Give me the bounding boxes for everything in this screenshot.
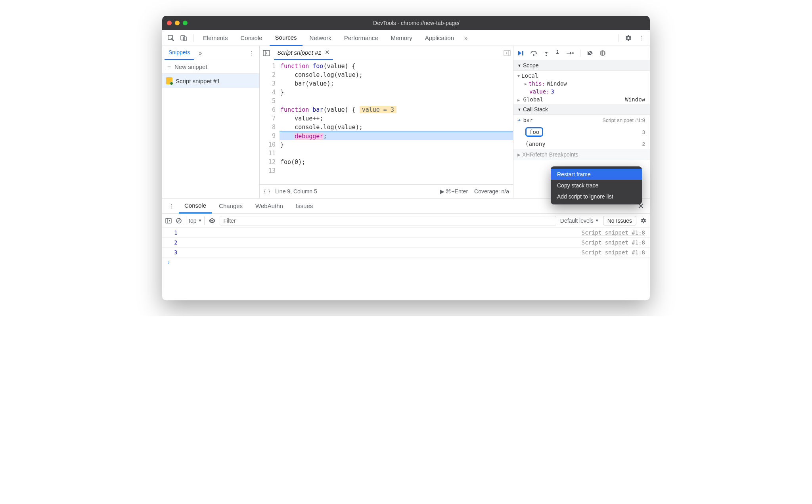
scope-header[interactable]: ▼Scope	[513, 60, 650, 71]
device-toggle-icon[interactable]	[178, 32, 189, 44]
editor-statusbar: { } Line 9, Column 5 ▶ ⌘+Enter Coverage:…	[260, 184, 513, 198]
stack-frame-bar[interactable]: ➔bar Script snippet #1:9	[513, 115, 650, 125]
console-toolbar: top ▼ Default levels ▼ No Issues	[162, 214, 650, 228]
console-log-row[interactable]: 3Script snippet #1:8	[162, 248, 650, 258]
tab-console[interactable]: Console	[235, 30, 268, 46]
drawer-tab-changes[interactable]: Changes	[213, 199, 248, 214]
pretty-print-icon[interactable]: { }	[264, 188, 270, 195]
menu-restart-frame[interactable]: Restart frame	[551, 169, 642, 180]
drawer-kebab-icon[interactable]: ⋮	[165, 203, 177, 209]
scope-this[interactable]: ▶this: Window	[513, 80, 650, 88]
inspect-icon[interactable]	[165, 32, 176, 44]
svg-point-6	[533, 54, 534, 56]
devtools-tabbar: Elements Console Sources Network Perform…	[162, 30, 650, 46]
run-snippet-button[interactable]: ▶ ⌘+Enter	[440, 188, 468, 195]
svg-rect-11	[601, 52, 602, 55]
stack-frame-anonymous[interactable]: (anony 2	[513, 139, 650, 149]
inline-value-hint: value = 3	[360, 106, 396, 113]
log-source-link[interactable]: Script snippet #1:8	[582, 249, 645, 256]
plus-icon: ＋	[166, 63, 172, 71]
step-over-icon[interactable]	[530, 50, 538, 56]
step-out-icon[interactable]	[555, 50, 560, 57]
editor-tab-label: Script snippet #1	[277, 49, 322, 56]
pause-exceptions-icon[interactable]	[599, 50, 606, 56]
context-menu: Restart frame Copy stack trace Add scrip…	[551, 166, 642, 204]
clear-console-icon[interactable]	[176, 218, 182, 224]
svg-rect-12	[603, 52, 604, 55]
scope-local[interactable]: ▼Local	[513, 72, 650, 80]
drawer-tab-issues[interactable]: Issues	[290, 199, 318, 214]
editor-tab[interactable]: Script snippet #1 ✕	[274, 46, 333, 60]
issues-button[interactable]: No Issues	[603, 216, 636, 225]
line-gutter: 12345678910111213	[260, 60, 280, 184]
navigator-more-icon[interactable]: »	[196, 50, 204, 56]
log-levels-select[interactable]: Default levels ▼	[560, 218, 599, 224]
svg-point-15	[211, 220, 213, 221]
tab-memory[interactable]: Memory	[385, 30, 418, 46]
callstack-header[interactable]: ▼Call Stack	[513, 104, 650, 115]
window-title: DevTools - chrome://new-tab-page/	[188, 20, 645, 26]
new-snippet-label: New snippet	[174, 63, 207, 70]
navigator-tab-snippets[interactable]: Snippets	[165, 46, 194, 60]
menu-copy-stack-trace[interactable]: Copy stack trace	[551, 180, 642, 191]
drawer: ⋮ Console Changes WebAuthn Issues ✕ top …	[162, 198, 650, 267]
svg-rect-1	[181, 36, 185, 40]
console-log-row[interactable]: 1Script snippet #1:8	[162, 228, 650, 238]
toggle-navigator-icon[interactable]	[262, 50, 271, 56]
svg-point-7	[546, 55, 547, 56]
tab-network[interactable]: Network	[304, 30, 337, 46]
minimize-window-button[interactable]	[175, 21, 180, 25]
log-source-link[interactable]: Script snippet #1:8	[582, 229, 645, 236]
kebab-menu-icon[interactable]: ⋮	[636, 32, 647, 44]
coverage-label: Coverage: n/a	[474, 188, 509, 195]
navigator-panel: Snippets » ⋮ ＋ New snippet Script snippe…	[162, 46, 260, 198]
drawer-tab-webauthn[interactable]: WebAuthn	[250, 199, 289, 214]
settings-icon[interactable]	[623, 32, 634, 44]
tab-elements[interactable]: Elements	[197, 30, 234, 46]
svg-point-9	[572, 52, 574, 54]
snippet-file-icon	[166, 77, 172, 84]
tab-application[interactable]: Application	[419, 30, 460, 46]
current-frame-arrow-icon: ➔	[517, 117, 521, 123]
scope-value: value: 3	[513, 88, 650, 95]
execution-context-select[interactable]: top ▼	[186, 216, 205, 225]
scope-global[interactable]: ▶ GlobalWindow	[513, 95, 650, 103]
snippet-item-label: Script snippet #1	[176, 78, 220, 84]
drawer-tab-console[interactable]: Console	[179, 199, 212, 214]
deactivate-breakpoints-icon[interactable]	[587, 50, 594, 56]
console-filter-input[interactable]	[220, 216, 556, 225]
snippet-item[interactable]: Script snippet #1	[162, 74, 259, 88]
close-tab-icon[interactable]: ✕	[325, 49, 330, 56]
navigator-kebab-icon[interactable]: ⋮	[247, 50, 257, 56]
svg-point-8	[557, 50, 558, 52]
titlebar: DevTools - chrome://new-tab-page/	[162, 16, 650, 30]
svg-rect-5	[522, 51, 523, 55]
console-log-row[interactable]: 2Script snippet #1:8	[162, 238, 650, 248]
console-settings-icon[interactable]	[640, 218, 647, 224]
svg-point-10	[600, 50, 605, 56]
log-source-link[interactable]: Script snippet #1:8	[582, 239, 645, 246]
step-icon[interactable]	[566, 50, 574, 56]
cursor-position: Line 9, Column 5	[275, 188, 317, 195]
console-prompt[interactable]: ›	[162, 258, 650, 267]
more-tabs-icon[interactable]: »	[461, 30, 471, 46]
step-into-icon[interactable]	[544, 50, 549, 57]
toggle-debugger-icon[interactable]	[504, 50, 511, 56]
xhr-breakpoints-header[interactable]: ▶XHR/fetch Breakpoints	[513, 149, 650, 160]
editor-panel: Script snippet #1 ✕ 12345678910111213 fu…	[260, 46, 513, 198]
tab-sources[interactable]: Sources	[270, 30, 303, 46]
maximize-window-button[interactable]	[183, 21, 188, 25]
console-output: 1Script snippet #1:8 2Script snippet #1:…	[162, 228, 650, 267]
menu-add-ignore-list[interactable]: Add script to ignore list	[551, 191, 642, 202]
console-sidebar-icon[interactable]	[165, 218, 172, 223]
close-window-button[interactable]	[167, 21, 172, 25]
stack-frame-foo[interactable]: foo 3	[513, 125, 650, 139]
resume-icon[interactable]	[517, 50, 525, 56]
svg-rect-13	[166, 218, 171, 223]
live-expression-icon[interactable]	[209, 218, 216, 223]
tab-performance[interactable]: Performance	[339, 30, 384, 46]
code-editor[interactable]: 12345678910111213 function foo(value) { …	[260, 60, 513, 184]
new-snippet-button[interactable]: ＋ New snippet	[162, 60, 259, 74]
debug-controls	[513, 46, 650, 60]
